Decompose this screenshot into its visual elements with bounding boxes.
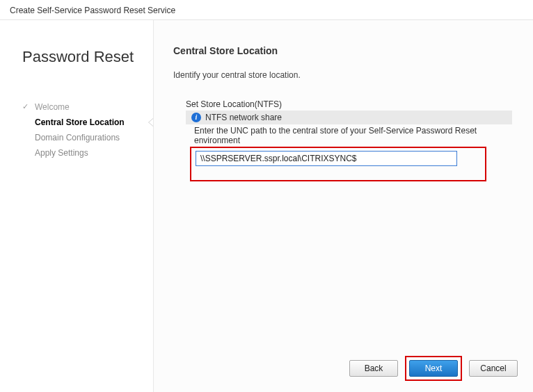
- cancel-button[interactable]: Cancel: [469, 360, 518, 377]
- sidebar-heading: Password Reset: [22, 48, 153, 66]
- step-label: Domain Configurations: [35, 133, 120, 142]
- info-bar: i NTFS network share: [186, 111, 512, 124]
- page-subtitle: Identify your central store location.: [173, 70, 512, 80]
- main-panel: Central Store Location Identify your cen…: [153, 20, 533, 392]
- wizard-body: Password Reset Welcome Central Store Loc…: [0, 20, 533, 392]
- next-button[interactable]: Next: [409, 360, 458, 377]
- highlight-box-next: Next: [405, 356, 462, 381]
- section-label: Set Store Location(NTFS): [186, 99, 512, 109]
- step-list: Welcome Central Store Location Domain Co…: [22, 99, 153, 161]
- step-central-store-location[interactable]: Central Store Location: [22, 115, 153, 130]
- step-apply-settings[interactable]: Apply Settings: [22, 145, 153, 161]
- highlight-box-input: [190, 147, 486, 181]
- step-domain-configurations[interactable]: Domain Configurations: [22, 130, 153, 145]
- wizard-window: Create Self-Service Password Reset Servi…: [0, 0, 533, 392]
- back-button[interactable]: Back: [349, 360, 398, 377]
- sidebar: Password Reset Welcome Central Store Loc…: [0, 20, 153, 392]
- unc-path-input[interactable]: [196, 151, 457, 166]
- step-welcome[interactable]: Welcome: [22, 99, 153, 115]
- step-label: Apply Settings: [35, 148, 88, 158]
- unc-instruction: Enter the UNC path to the central store …: [194, 126, 512, 145]
- step-label: Welcome: [35, 102, 70, 112]
- info-icon: i: [191, 113, 201, 122]
- window-title: Create Self-Service Password Reset Servi…: [0, 0, 533, 20]
- info-text: NTFS network share: [205, 113, 282, 122]
- step-label: Central Store Location: [35, 117, 125, 127]
- wizard-footer: Back Next Cancel: [349, 356, 518, 381]
- page-heading: Central Store Location: [173, 45, 512, 56]
